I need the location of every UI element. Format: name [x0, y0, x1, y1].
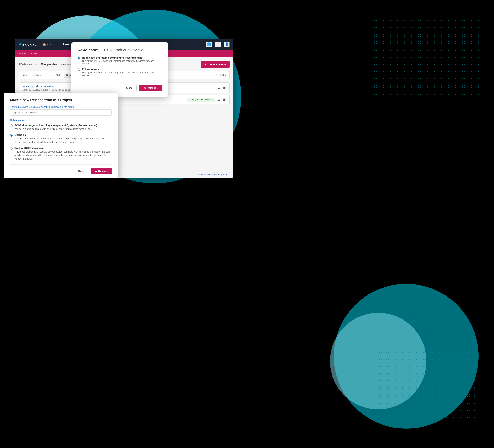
logo-text: elucidat: [22, 42, 36, 47]
mode-scorm-input[interactable]: [10, 124, 12, 127]
mode-option-online-label[interactable]: Online link You get a link from which yo…: [10, 133, 111, 144]
page-title: Release: FLEX – product overview: [19, 62, 73, 66]
modal-rerelease: Re-release: FLEX – product overview Re-r…: [71, 42, 168, 97]
filter-input[interactable]: [29, 73, 52, 77]
nav-start-label: Start: [47, 43, 52, 46]
secondary-nav-style[interactable]: ✏ Style: [19, 52, 27, 55]
radio-full-input[interactable]: [78, 68, 80, 71]
radio-retain-desc: This option will re-release your project…: [78, 60, 162, 65]
filter-label: Filter: [22, 74, 27, 77]
mode-scorm-title: SCORM package for Learning Management Sy…: [14, 124, 97, 127]
mode-backup-content: Backup SCORM package This mode creates a…: [14, 147, 111, 160]
release-meta-1: Version 1 (673f152cbb5c8) created 2024-1…: [23, 89, 76, 91]
modal-newrelease-title: Make a new Release from this Project: [10, 98, 111, 102]
page-title-bold: Release:: [19, 62, 34, 66]
radio-option-full-label[interactable]: Full re-release: [78, 68, 162, 71]
modal-rerelease-footer: Close Re-Release ›: [78, 81, 162, 91]
modal-rerelease-title-bold: Re-release:: [78, 48, 99, 52]
cloud-icon: ☁: [95, 169, 97, 172]
nav-projects[interactable]: ◇ Projects: [59, 42, 74, 47]
mode-option-backup-label[interactable]: Backup SCORM package This mode creates a…: [10, 147, 111, 160]
release-btn-label: Release: [98, 169, 108, 172]
modal-newrelease: Make a new Release from this Project Ent…: [4, 93, 118, 178]
page-title-subtitle: FLEX – product overview: [35, 62, 73, 66]
circle-teal-bottom: [334, 284, 479, 429]
radio-full-title: Full re-release: [82, 68, 99, 71]
footer-links: Privacy Policy | License Agreement: [197, 173, 230, 176]
status-badge-2: Ready to view online →: [187, 98, 215, 102]
account-button[interactable]: 👤: [224, 41, 230, 47]
license-agreement-link[interactable]: License Agreement: [211, 173, 230, 176]
mode-backup-input[interactable]: [10, 147, 12, 150]
note-field-label: Enter a note here to help you identify t…: [10, 106, 111, 108]
nav-right: 🌐 ? 👤: [206, 41, 230, 47]
modal-rerelease-close-button[interactable]: Close: [122, 85, 137, 91]
upload-icon-1[interactable]: ☁: [217, 86, 221, 90]
radio-retain-content: Re-release and retain bookmarking (recom…: [82, 56, 143, 59]
mode-online-title: Online link: [14, 133, 111, 136]
nav-start[interactable]: 🏠 Start: [41, 42, 54, 47]
globe-button[interactable]: 🌐: [206, 41, 212, 47]
release-item-actions-2: Ready to view online → ☁ 🗑: [187, 98, 226, 102]
projects-icon: ◇: [60, 43, 62, 46]
dots-overlay-top: [369, 19, 484, 97]
mode-online-desc: You get a link from which you can access…: [14, 137, 111, 144]
privacy-policy-link[interactable]: Privacy Policy: [197, 173, 210, 176]
radio-full-desc: This option will re-release your project…: [78, 71, 162, 77]
circle-cyan-bottom: [330, 313, 426, 410]
mode-online-input[interactable]: [10, 134, 12, 137]
radio-option-retain: Re-release and retain bookmarking (recom…: [78, 56, 162, 65]
home-icon: 🏠: [43, 43, 46, 46]
mode-backup-desc: This mode creates a full backup of your …: [14, 150, 111, 160]
dots-overlay-bottom: [378, 351, 475, 419]
logo: elucidat: [19, 42, 36, 47]
mode-scorm-desc: You get a zip file complete with an LMS …: [14, 127, 97, 131]
radio-retain-title: Re-release and retain bookmarking (recom…: [82, 56, 143, 59]
mode-option-scorm-label[interactable]: SCORM package for Learning Management Sy…: [10, 124, 111, 131]
modal-newrelease-close-button[interactable]: Close: [74, 168, 88, 174]
radio-option-retain-label[interactable]: Re-release and retain bookmarking (recom…: [78, 56, 162, 59]
note-field-input[interactable]: [10, 110, 111, 116]
modal-rerelease-confirm-button[interactable]: Re-Release ›: [139, 85, 162, 91]
modal-newrelease-footer: Close ☁ Release: [10, 164, 111, 174]
mode-option-scorm: SCORM package for Learning Management Sy…: [10, 124, 111, 131]
order-label: Order: [56, 74, 62, 77]
radio-option-full: Full re-release This option will re-rele…: [78, 68, 162, 77]
create-release-label: + Create a release: [205, 63, 226, 66]
mode-online-content: Online link You get a link from which yo…: [14, 133, 111, 144]
secondary-nav-release[interactable]: Release: [31, 52, 39, 55]
release-title-1[interactable]: FLEX - product overview: [23, 85, 76, 88]
modal-newrelease-release-button[interactable]: ☁ Release: [91, 168, 111, 174]
delete-icon-1[interactable]: 🗑: [223, 86, 226, 90]
release-item-info-1: FLEX - product overview Version 1 (673f1…: [23, 85, 76, 91]
nav-projects-label: Projects: [63, 43, 72, 46]
delete-icon-2[interactable]: 🗑: [223, 98, 226, 102]
mode-option-online: Online link You get a link from which yo…: [10, 133, 111, 144]
radio-full-content: Full re-release: [82, 68, 99, 71]
release-item-actions-1: ☁ 🗑: [217, 86, 226, 90]
mode-scorm-content: SCORM package for Learning Management Sy…: [14, 124, 97, 131]
logo-dot: [19, 43, 21, 45]
mode-backup-title: Backup SCORM package: [14, 147, 111, 150]
modal-rerelease-title: Re-release: FLEX – product overview: [78, 48, 162, 52]
reset-filters-link[interactable]: Reset filters: [215, 74, 227, 77]
mode-section-label: Release mode:: [10, 119, 111, 121]
radio-retain-input[interactable]: [78, 57, 80, 59]
create-release-button[interactable]: + Create a release: [201, 61, 230, 68]
mode-option-backup: Backup SCORM package This mode creates a…: [10, 147, 111, 160]
upload-icon-2[interactable]: ☁: [217, 98, 221, 102]
help-button[interactable]: ?: [215, 41, 221, 47]
